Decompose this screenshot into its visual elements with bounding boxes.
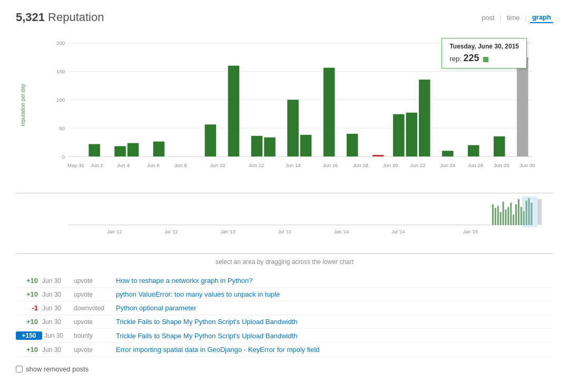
- svg-text:50: 50: [59, 125, 65, 131]
- svg-text:May 31: May 31: [67, 162, 84, 168]
- svg-text:150: 150: [56, 68, 65, 74]
- svg-rect-33: [507, 207, 509, 225]
- svg-text:Jun 6: Jun 6: [147, 162, 160, 168]
- rep-type: upvote: [74, 277, 116, 285]
- svg-rect-32: [505, 210, 506, 225]
- rep-change: +10: [16, 290, 42, 298]
- rep-link[interactable]: Trickle Fails to Shape My Python Script'…: [116, 318, 298, 326]
- bar-jun4a: [114, 146, 126, 156]
- rep-change: +10: [16, 318, 42, 326]
- svg-rect-30: [500, 212, 502, 225]
- bar-jun26: [468, 145, 479, 156]
- rep-label: Reputation: [48, 11, 104, 24]
- svg-rect-43: [522, 197, 537, 228]
- rep-type: upvote: [74, 346, 116, 354]
- svg-rect-29: [497, 206, 499, 225]
- svg-text:Jun 10: Jun 10: [210, 162, 225, 168]
- bar-jun22c: [419, 80, 430, 156]
- svg-rect-36: [515, 204, 517, 225]
- show-removed-checkbox[interactable]: [16, 366, 23, 373]
- svg-text:Jun 30: Jun 30: [519, 162, 535, 168]
- svg-text:Jan '15: Jan '15: [463, 230, 478, 235]
- svg-text:Jan '13: Jan '13: [221, 230, 236, 235]
- svg-text:Jul '14: Jul '14: [391, 230, 405, 235]
- bar-jun22a: [393, 114, 405, 156]
- svg-text:0: 0: [62, 154, 65, 160]
- svg-rect-35: [513, 214, 514, 225]
- tab-graph[interactable]: graph: [530, 12, 553, 23]
- bar-jun14post: [300, 135, 312, 156]
- rep-type: upvote: [74, 318, 116, 326]
- svg-text:Jun 8: Jun 8: [174, 162, 187, 168]
- y-axis-label: reputation per day: [20, 84, 26, 126]
- tab-time[interactable]: time: [505, 13, 522, 23]
- bar-jun14a: [287, 100, 299, 156]
- svg-rect-38: [521, 207, 522, 225]
- rep-link[interactable]: How to reshape a networkx graph in Pytho…: [116, 277, 252, 285]
- svg-text:Jun 20: Jun 20: [382, 162, 398, 168]
- svg-text:100: 100: [56, 97, 65, 103]
- svg-text:Jun 18: Jun 18: [353, 162, 369, 168]
- bar-jun10pre: [205, 124, 217, 156]
- svg-text:Jun 24: Jun 24: [440, 162, 456, 168]
- rep-change: -1: [16, 304, 42, 312]
- rep-change: +10: [16, 277, 42, 285]
- bar-jun20: [372, 155, 384, 156]
- rep-row: +10 Jun 30 upvote Trickle Fails to Shape…: [16, 315, 553, 329]
- rep-type: upvote: [74, 291, 116, 298]
- rep-link[interactable]: Error importing spatial data in GeoDjang…: [116, 346, 320, 354]
- bar-jun12a: [251, 136, 263, 156]
- svg-text:Jun 2: Jun 2: [91, 162, 103, 168]
- svg-text:Jun 14: Jun 14: [285, 162, 301, 168]
- svg-text:Jun 12: Jun 12: [249, 162, 264, 168]
- svg-text:Jul '13: Jul '13: [278, 230, 291, 235]
- tooltip-date: Tuesday, June 30, 2015: [449, 43, 519, 50]
- rep-row: +10 Jun 30 upvote python ValueError: too…: [16, 288, 553, 301]
- tooltip-rep: rep: 225: [449, 53, 519, 64]
- select-hint: select an area by dragging across the lo…: [16, 258, 553, 266]
- svg-rect-28: [495, 208, 496, 225]
- rep-change-bounty: +150: [16, 331, 42, 340]
- rep-change: +10: [16, 346, 42, 354]
- tab-post[interactable]: post: [479, 13, 497, 23]
- rep-date: Jun 30: [42, 305, 74, 312]
- svg-rect-31: [503, 202, 504, 225]
- svg-text:200: 200: [56, 40, 65, 46]
- rep-date: Jun 30: [42, 332, 74, 339]
- mini-chart-svg: Jan '12 Jul '12 Jan '13 Jul '13 Jan '14 …: [47, 197, 543, 238]
- rep-type: downvoted: [74, 305, 116, 312]
- chart-area: reputation per day 200 150 100 50 0: [16, 33, 553, 266]
- rep-row: +150 Jun 30 bounty Trickle Fails to Shap…: [16, 329, 553, 343]
- rep-link[interactable]: Trickle Fails to Shape My Python Script'…: [116, 332, 298, 340]
- rep-date: Jun 30: [42, 318, 74, 326]
- bar-jun12b: [264, 138, 276, 156]
- svg-rect-44: [537, 199, 542, 225]
- bar-jun28: [494, 136, 505, 156]
- svg-text:Jun 22: Jun 22: [410, 162, 425, 168]
- rep-row: +10 Jun 30 upvote Error importing spatia…: [16, 343, 553, 357]
- bar-jun6: [153, 142, 165, 156]
- bar-jun30: [517, 57, 528, 156]
- svg-text:Jan '12: Jan '12: [107, 230, 122, 235]
- rep-link[interactable]: Python optional parameter: [116, 304, 196, 312]
- show-removed-label: show removed posts: [26, 365, 89, 373]
- svg-text:Jan '14: Jan '14: [334, 230, 349, 235]
- svg-rect-37: [518, 199, 519, 225]
- rep-date: Jun 30: [42, 346, 74, 354]
- svg-text:Jun 26: Jun 26: [468, 162, 484, 168]
- svg-rect-27: [492, 204, 494, 225]
- reputation-list: +10 Jun 30 upvote How to reshape a netwo…: [16, 274, 553, 357]
- svg-rect-34: [510, 203, 512, 225]
- bar-jun2: [89, 144, 100, 156]
- rep-count: 5,321: [16, 11, 45, 24]
- bar-jun16: [323, 68, 335, 156]
- rep-row: -1 Jun 30 downvoted Python optional para…: [16, 301, 553, 315]
- svg-text:Jul '12: Jul '12: [164, 230, 178, 235]
- show-removed-container: show removed posts: [16, 365, 553, 373]
- view-tabs: post | time | graph: [479, 12, 553, 23]
- bar-jun24: [442, 151, 454, 156]
- rep-link[interactable]: python ValueError: too many values to un…: [116, 290, 280, 298]
- svg-text:Jun 16: Jun 16: [322, 162, 338, 168]
- bar-jun22b: [406, 113, 418, 156]
- rep-row: +10 Jun 30 upvote How to reshape a netwo…: [16, 274, 553, 288]
